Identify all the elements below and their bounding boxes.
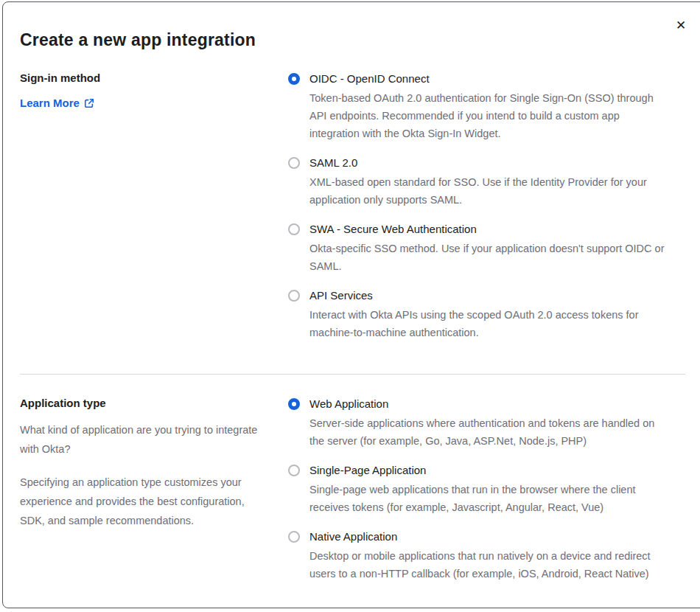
option-label: OIDC - OpenID Connect [309, 72, 668, 86]
radio-option-swa[interactable]: SWA - Secure Web Authentication Okta-spe… [288, 222, 668, 275]
page-title: Create a new app integration [20, 30, 668, 50]
radio-option-single-page-application[interactable]: Single-Page Application Single-page web … [288, 463, 668, 516]
signin-method-options: OIDC - OpenID Connect Token-based OAuth … [288, 72, 668, 355]
option-description: Desktop or mobile applications that run … [309, 547, 668, 583]
application-type-intro-2: Specifying an application type customize… [20, 473, 270, 530]
close-icon[interactable]: ✕ [672, 17, 690, 35]
create-app-integration-dialog: ✕ Create a new app integration Sign-in m… [2, 1, 700, 608]
application-type-label: Application type [20, 397, 270, 409]
learn-more-link[interactable]: Learn More [20, 97, 94, 109]
signin-method-section: Sign-in method Learn More [20, 72, 668, 355]
option-label: SAML 2.0 [309, 156, 668, 170]
radio-option-saml[interactable]: SAML 2.0 XML-based open standard for SSO… [288, 156, 668, 209]
radio-icon[interactable] [288, 290, 300, 302]
signin-method-label: Sign-in method [20, 72, 270, 84]
option-description: Token-based OAuth 2.0 authentication for… [309, 89, 668, 142]
application-type-section: Application type What kind of applicatio… [20, 397, 668, 596]
option-description: Server-side applications where authentic… [309, 414, 668, 450]
option-label: SWA - Secure Web Authentication [309, 222, 668, 237]
radio-icon[interactable] [288, 157, 300, 169]
learn-more-label: Learn More [20, 97, 80, 109]
radio-icon[interactable] [288, 223, 300, 235]
option-label: API Services [309, 288, 668, 303]
radio-icon[interactable] [288, 465, 300, 476]
option-description: XML-based open standard for SSO. Use if … [309, 173, 668, 209]
application-type-options: Web Application Server-side applications… [288, 397, 668, 596]
radio-icon[interactable] [288, 73, 300, 85]
radio-icon[interactable] [288, 398, 300, 410]
radio-option-web-application[interactable]: Web Application Server-side applications… [288, 397, 668, 450]
option-description: Interact with Okta APIs using the scoped… [309, 306, 668, 341]
option-label: Single-Page Application [309, 463, 668, 478]
external-link-icon [84, 98, 94, 108]
application-type-intro-1: What kind of application are you trying … [20, 420, 270, 459]
option-label: Native Application [309, 529, 668, 544]
option-description: Okta-specific SSO method. Use if your ap… [309, 240, 668, 275]
radio-option-native-application[interactable]: Native Application Desktop or mobile app… [288, 529, 668, 583]
radio-option-api-services[interactable]: API Services Interact with Okta APIs usi… [288, 288, 668, 341]
radio-icon[interactable] [288, 531, 300, 543]
option-label: Web Application [309, 397, 668, 411]
dialog-content: Create a new app integration Sign-in met… [3, 2, 668, 612]
section-divider [20, 374, 685, 375]
option-description: Single-page web applications that run in… [309, 481, 668, 516]
radio-option-oidc[interactable]: OIDC - OpenID Connect Token-based OAuth … [288, 72, 668, 142]
